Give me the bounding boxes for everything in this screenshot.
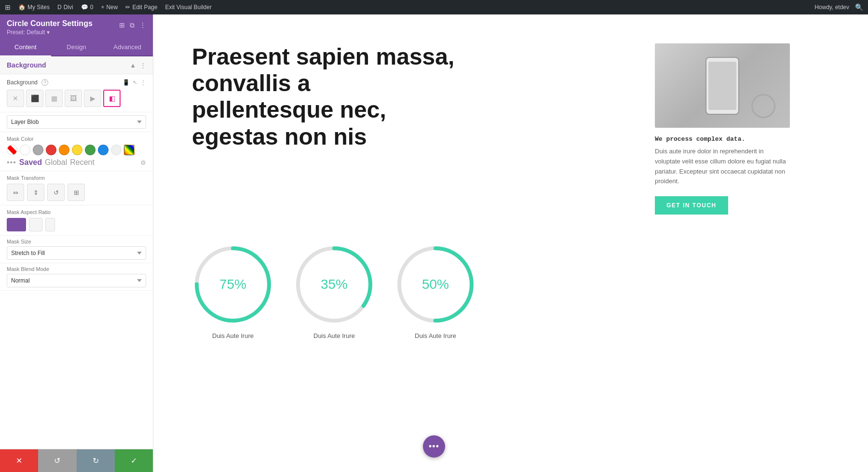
- color-swatch-red[interactable]: [46, 145, 56, 155]
- mask-size-label: Mask Size: [7, 239, 146, 244]
- cursor-icon[interactable]: ↖: [133, 79, 137, 86]
- divi-link[interactable]: D Divi: [57, 4, 73, 11]
- section-menu-icon[interactable]: ⋮: [140, 62, 146, 69]
- bg-mask-button[interactable]: ◧: [103, 90, 121, 107]
- mobile-icon[interactable]: 📱: [122, 79, 130, 86]
- mask-transform-row: Mask Transform ⇔ ⇕ ↺ ⊞: [0, 171, 153, 205]
- mask-aspect-wide-button[interactable]: [7, 218, 26, 231]
- bg-video-button[interactable]: ▶: [84, 90, 101, 107]
- grid-icon[interactable]: ⊞: [119, 21, 125, 29]
- color-swatch-green[interactable]: [85, 145, 95, 155]
- my-sites-label: My Sites: [27, 4, 50, 11]
- mask-transform-buttons: ⇔ ⇕ ↺ ⊞: [7, 184, 146, 201]
- color-swatch-transparent[interactable]: [7, 145, 17, 155]
- search-icon[interactable]: 🔍: [855, 3, 863, 11]
- sidebar-title-group: Circle Counter Settings Preset: Default …: [7, 19, 93, 36]
- bg-image-button[interactable]: 🖼: [65, 90, 82, 107]
- device-icons: 📱 ↖ ⋮: [122, 79, 146, 86]
- help-icon[interactable]: ?: [41, 79, 48, 86]
- mask-aspect-label: Mask Aspect Ratio: [7, 209, 146, 215]
- redo-button[interactable]: ↻: [77, 449, 115, 472]
- mask-transform-label: Mask Transform: [7, 175, 146, 181]
- color-tab-saved[interactable]: Saved: [19, 158, 42, 167]
- sidebar-header-top: Circle Counter Settings Preset: Default …: [7, 19, 146, 36]
- color-picker-swatch[interactable]: [124, 145, 135, 155]
- cta-button[interactable]: GET IN TOUCH: [655, 196, 728, 215]
- counter-value-1: 35%: [321, 277, 348, 292]
- color-swatch-nearwhite[interactable]: [111, 145, 122, 155]
- bg-type-buttons: ✕ ⬛ ▦ 🖼 ▶ ◧: [7, 90, 146, 107]
- hero-section: Praesent sapien massa, convallis a pelle…: [192, 43, 790, 215]
- cancel-button[interactable]: ✕: [0, 449, 38, 472]
- section-controls: ▲ ⋮: [130, 62, 146, 69]
- layer-blob-select[interactable]: Layer Blob None Blob 1 Blob 2: [7, 115, 146, 129]
- mask-aspect-square-button[interactable]: [29, 218, 42, 231]
- hero-image: [655, 43, 790, 128]
- save-button[interactable]: ✓: [115, 449, 153, 472]
- comments-icon: 💬: [81, 4, 88, 11]
- main-container: Circle Counter Settings Preset: Default …: [0, 14, 868, 472]
- mask-size-select[interactable]: Stretch to Fill Fit Actual Size: [7, 246, 146, 260]
- sidebar-title: Circle Counter Settings: [7, 19, 93, 28]
- mask-blend-mode-label: Mask Blend Mode: [7, 266, 146, 272]
- options-icon[interactable]: ⋮: [140, 79, 146, 86]
- bg-gradient-button[interactable]: ▦: [45, 90, 63, 107]
- sidebar-preset[interactable]: Preset: Default ▾: [7, 29, 93, 36]
- counter-item-1: 35% Duis Aute Irure: [293, 243, 375, 339]
- color-swatch-yellow[interactable]: [72, 145, 82, 155]
- howdy-text: Howdy, etdev: [814, 4, 849, 11]
- mask-blend-mode-select[interactable]: Normal Multiply Screen Overlay: [7, 274, 146, 287]
- color-swatches: [7, 145, 146, 155]
- expand-icon: ⊞: [74, 189, 79, 196]
- bg-gradient-icon: ▦: [51, 94, 57, 102]
- my-sites-link[interactable]: 🏠 My Sites: [18, 4, 50, 11]
- window-icon[interactable]: ⧉: [130, 21, 135, 29]
- bg-color-button[interactable]: ⬛: [26, 90, 43, 107]
- mask-flip-h-button[interactable]: ⇔: [7, 184, 24, 201]
- color-swatch-white[interactable]: [20, 145, 30, 155]
- bg-mask-icon: ◧: [109, 94, 115, 102]
- counter-label-2: Duis Aute Irure: [415, 332, 456, 339]
- color-settings-icon[interactable]: ⚙: [140, 159, 146, 166]
- admin-bar: ⊞ 🏠 My Sites D Divi 💬 0 + New ✏ Edit Pag…: [0, 0, 868, 14]
- fab-button[interactable]: •••: [423, 435, 445, 458]
- background-label: Background: [7, 79, 38, 86]
- bg-color-icon: ⬛: [31, 94, 39, 102]
- exit-visual-builder-link[interactable]: Exit Visual Builder: [165, 4, 212, 11]
- edit-page-link[interactable]: ✏ Edit Page: [125, 4, 157, 11]
- hero-description: Duis aute irure dolor in reprehenderit i…: [655, 147, 790, 187]
- mask-flip-v-button[interactable]: ⇕: [27, 184, 44, 201]
- mask-rotate-button[interactable]: ↺: [47, 184, 65, 201]
- rotate-icon: ↺: [54, 189, 59, 196]
- mask-expand-button[interactable]: ⊞: [68, 184, 85, 201]
- undo-button[interactable]: ↺: [38, 449, 76, 472]
- tab-design[interactable]: Design: [51, 39, 102, 55]
- counter-value-0: 75%: [219, 277, 246, 292]
- hero-heading: Praesent sapien massa, convallis a pelle…: [192, 43, 457, 150]
- color-swatch-blue[interactable]: [98, 145, 108, 155]
- more-swatches-icon[interactable]: •••: [7, 158, 16, 167]
- color-tab-recent[interactable]: Recent: [70, 158, 95, 167]
- tab-advanced[interactable]: Advanced: [102, 39, 153, 55]
- circle-counter-1: 35%: [293, 243, 375, 325]
- collapse-icon[interactable]: ▲: [130, 62, 136, 69]
- plus-icon: +: [101, 4, 104, 11]
- bg-none-button[interactable]: ✕: [7, 90, 24, 107]
- comments-link[interactable]: 💬 0: [81, 4, 94, 11]
- circle-counter-0: 75%: [192, 243, 274, 325]
- counters-section: 75% Duis Aute Irure 35% Duis Aute Irure …: [192, 243, 790, 339]
- tab-content[interactable]: Content: [0, 39, 51, 56]
- comments-count: 0: [90, 4, 94, 11]
- mask-blend-mode-row: Mask Blend Mode Normal Multiply Screen O…: [0, 263, 153, 291]
- color-swatch-orange[interactable]: [59, 145, 69, 155]
- mask-aspect-tall-button[interactable]: [45, 218, 55, 231]
- fab-icon: •••: [429, 442, 439, 452]
- wp-logo-icon[interactable]: ⊞: [5, 3, 11, 11]
- counter-item-0: 75% Duis Aute Irure: [192, 243, 274, 339]
- color-tab-global[interactable]: Global: [45, 158, 67, 167]
- background-label-row: Background ? 📱 ↖ ⋮: [7, 79, 146, 86]
- more-icon[interactable]: ⋮: [139, 21, 146, 29]
- color-swatch-gray[interactable]: [33, 145, 43, 155]
- new-link[interactable]: + New: [101, 4, 118, 11]
- section-background-header: Background ▲ ⋮: [0, 56, 153, 74]
